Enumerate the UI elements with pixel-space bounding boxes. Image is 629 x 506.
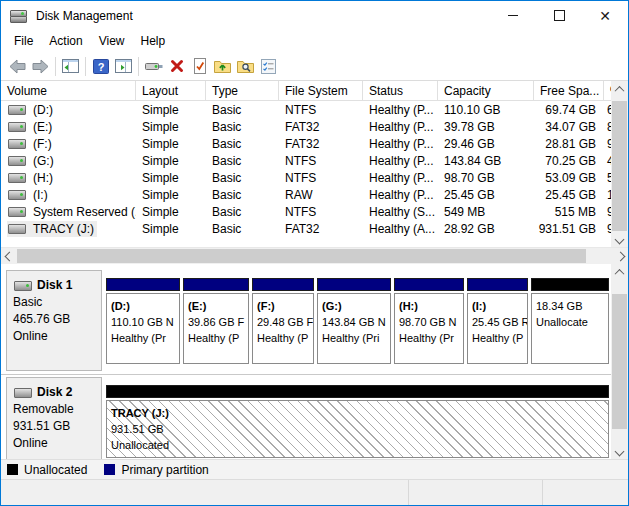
properties-icon[interactable] [257,55,280,77]
partition-size: 18.34 GB [536,298,608,314]
fs-cell: FAT32 [279,120,363,134]
disk-size: 931.51 GB [13,418,97,435]
partition-f[interactable]: (F:)29.48 GB FHealthy (P [252,278,314,364]
column-header-capacity[interactable]: Capacity [438,81,534,101]
drive-icon [8,173,26,183]
fs-cell: NTFS [279,103,363,117]
disk-label-2[interactable]: Disk 2Removable931.51 GBOnline [6,377,102,459]
fs-cell: FAT32 [279,137,363,151]
menu-file[interactable]: File [6,31,41,51]
legend-item: Primary partition [104,463,208,477]
partition-title: (F:) [257,298,313,314]
volume-row[interactable]: (I:)SimpleBasicRAWHealthy (P...25.45 GB2… [1,186,628,203]
column-header-layout[interactable]: Layout [136,81,206,101]
show-action-pane-icon[interactable] [112,55,135,77]
column-header-file-system[interactable]: File System [279,81,363,101]
volume-row[interactable]: (D:)SimpleBasicNTFSHealthy (P...110.10 G… [1,101,628,118]
free-cell: 70.25 GB [534,154,604,168]
layout-cell: Simple [136,154,206,168]
disk-row-divider [1,374,611,375]
mark-active-icon[interactable] [188,55,211,77]
volume-list-scrollbar[interactable] [611,81,628,247]
partition-body: (I:)25.45 GB RHealthy (P [467,293,528,364]
fs-cell: FAT32 [279,222,363,236]
explore-icon[interactable] [234,55,257,77]
scroll-down-icon[interactable] [611,443,628,459]
maximize-button[interactable] [536,1,582,30]
menu-action[interactable]: Action [41,31,90,51]
volume-cell: (G:) [1,153,136,169]
menu-bar: FileActionViewHelp [1,30,628,52]
back-icon[interactable] [6,55,29,77]
toolbar-separator [55,57,56,76]
volume-list-header: VolumeLayoutTypeFile SystemStatusCapacit… [1,81,628,101]
partition-h[interactable]: (H:)98.70 GB NHealthy (Pr [394,278,464,364]
graphical-view: Disk 1Basic465.76 GBOnline(D:)110.10 GB … [1,264,628,459]
open-icon[interactable] [211,55,234,77]
disk-kind: Removable [13,401,97,418]
partition-body: TRACY (J:)931.51 GBUnallocated [106,400,609,458]
volume-row[interactable]: TRACY (J:)SimpleBasicFAT32Healthy (A...2… [1,220,628,237]
status-cell: Healthy (P... [363,137,438,151]
scrollbar-thumb[interactable] [612,101,627,231]
scroll-down-icon[interactable] [611,231,628,247]
partition-title: (E:) [188,298,248,314]
volume-label: (I:) [33,188,48,202]
rescan-disks-icon[interactable] [142,55,165,77]
column-header-volume[interactable]: Volume [1,81,136,101]
partition-d[interactable]: (D:)110.10 GB NHealthy (Pr [106,278,180,364]
svg-text:?: ? [97,60,104,72]
type-cell: Basic [206,205,279,219]
disk-label-1[interactable]: Disk 1Basic465.76 GBOnline [6,270,102,371]
partition-status: Healthy (P [472,330,527,346]
partition-i[interactable]: (I:)25.45 GB RHealthy (P [467,278,528,364]
volume-cell: System Reserved (... [1,204,136,220]
free-cell: 69.74 GB [534,103,604,117]
unallocated-segment[interactable]: 18.34 GBUnallocate [531,278,609,364]
partition-g[interactable]: (G:)143.84 GB NHealthy (Pri [317,278,391,364]
toolbar: ? [1,52,628,81]
free-cell: 515 MB [534,205,604,219]
show-console-tree-icon[interactable] [59,55,82,77]
status-cell: Healthy (S... [363,205,438,219]
volume-row[interactable]: (E:)SimpleBasicFAT32Healthy (P...39.78 G… [1,118,628,135]
partition-size: 25.45 GB R [472,314,527,330]
volume-row[interactable]: System Reserved (...SimpleBasicNTFSHealt… [1,203,628,220]
free-cell: 25.45 GB [534,188,604,202]
menu-help[interactable]: Help [133,31,174,51]
scrollbar-thumb[interactable] [612,294,627,429]
disk-name: Disk 1 [37,277,72,294]
disk-state: Online [13,328,97,345]
scrollbar-thumb[interactable] [17,249,586,263]
partition-type-bar [467,278,528,291]
scroll-up-icon[interactable] [611,264,628,280]
volume-row[interactable]: (F:)SimpleBasicFAT32Healthy (P...29.46 G… [1,135,628,152]
legend-label: Unallocated [24,463,87,477]
help-icon[interactable]: ? [89,55,112,77]
scroll-up-icon[interactable] [611,81,628,97]
forward-icon[interactable] [29,55,52,77]
volume-row[interactable]: (G:)SimpleBasicNTFSHealthy (P...143.84 G… [1,152,628,169]
minimize-button[interactable] [490,1,536,30]
volume-row[interactable]: (H:)SimpleBasicNTFSHealthy (P...98.70 GB… [1,169,628,186]
partition-status: Healthy (Pr [111,330,179,346]
disk-row-2: Disk 2Removable931.51 GBOnlineTRACY (J:)… [6,377,102,459]
scroll-left-icon[interactable] [1,248,17,264]
drive-icon [8,122,26,132]
horizontal-scrollbar[interactable] [1,247,628,264]
column-header-type[interactable]: Type [206,81,279,101]
menu-view[interactable]: View [91,31,133,51]
column-header-status[interactable]: Status [363,81,438,101]
graph-scrollbar[interactable] [611,264,628,459]
partition-tracy[interactable]: TRACY (J:)931.51 GBUnallocated [106,385,609,458]
fs-cell: NTFS [279,154,363,168]
legend-item: Unallocated [7,463,87,477]
column-header-free-spa[interactable]: Free Spa... [534,81,604,101]
scroll-right-icon[interactable] [612,248,628,264]
type-cell: Basic [206,137,279,151]
delete-volume-icon[interactable] [165,55,188,77]
partition-e[interactable]: (E:)39.86 GB FHealthy (P [183,278,249,364]
volume-cell: TRACY (J:) [1,221,136,237]
drive-icon [8,139,26,149]
close-button[interactable]: ✕ [582,1,628,30]
